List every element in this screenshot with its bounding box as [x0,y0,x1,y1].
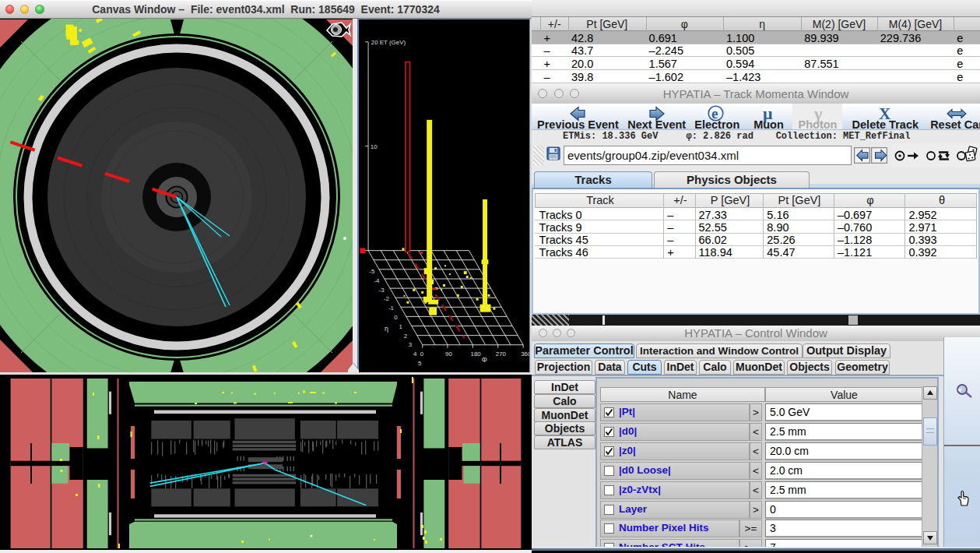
svg-text:4: 4 [413,350,417,358]
svg-text:-3: -3 [379,287,385,294]
svg-text:270: 270 [496,350,507,358]
svg-text:1: 1 [399,323,403,330]
svg-text:3: 3 [409,341,413,348]
svg-text:90: 90 [445,350,452,358]
svg-text:360: 360 [521,350,530,358]
svg-text:5: 5 [418,360,422,367]
svg-text:η: η [385,325,388,333]
svg-text:180: 180 [470,350,481,358]
svg-text:-4: -4 [374,277,380,284]
svg-text:-2: -2 [384,295,389,302]
svg-text:Φ: Φ [482,356,487,364]
svg-text:-1: -1 [388,305,395,312]
svg-text:20 ET (GeV): 20 ET (GeV) [371,39,406,46]
svg-text:-5: -5 [369,268,375,275]
svg-text:10: 10 [371,143,378,150]
svg-text:0: 0 [420,350,424,358]
svg-text:2: 2 [404,333,407,340]
svg-text:0: 0 [394,314,398,321]
